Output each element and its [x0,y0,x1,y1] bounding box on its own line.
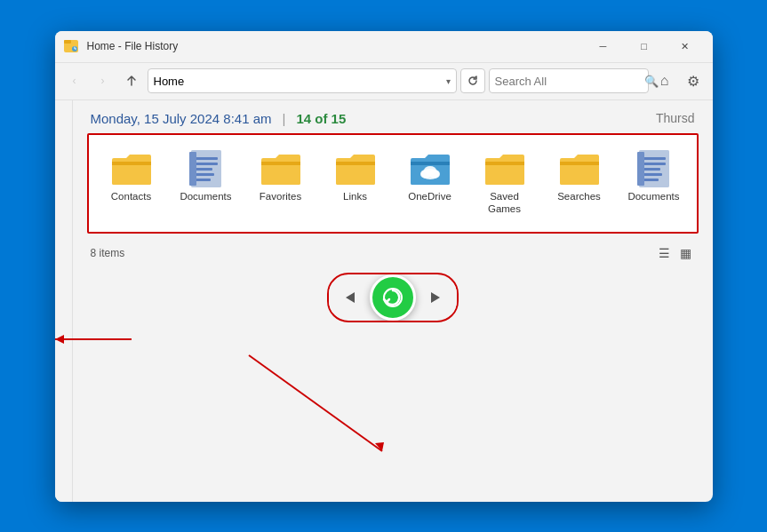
titlebar: Home - File History ─ □ ✕ [55,31,713,63]
date-bar: Monday, 15 July 2024 8:41 am | 14 of 15 … [73,100,713,133]
tile-view-button[interactable]: ▦ [677,244,695,262]
svg-rect-11 [195,179,211,181]
address-box[interactable]: ▾ [148,68,457,93]
addressbar: ‹ › ▾ 🔍 ⌂ ⚙ [55,63,713,100]
svg-rect-8 [195,163,218,165]
svg-rect-4 [112,162,151,165]
svg-rect-34 [637,152,644,186]
address-input[interactable] [154,75,446,88]
refresh-button[interactable] [460,68,485,93]
svg-rect-10 [195,173,214,176]
file-label-savedgames: SavedGames [488,190,521,217]
svg-rect-1 [64,40,71,44]
doc-icon-documents [185,151,228,187]
file-area: Contacts [89,135,697,233]
file-item-documents2[interactable]: Documents [619,146,690,222]
file-label-links: Links [343,190,367,203]
file-item-savedgames[interactable]: SavedGames [469,146,540,222]
forward-button[interactable]: › [91,68,116,93]
separator: | [283,111,286,126]
folder-icon-savedgames [483,151,526,187]
file-label-documents2: Documents [627,190,679,203]
file-item-onedrive[interactable]: OneDrive [395,146,466,222]
svg-rect-29 [643,157,666,160]
window-title: Home - File History [87,40,583,52]
counter-text: 14 of 15 [296,111,346,126]
status-bar: 8 items ☰ ▦ [73,241,713,266]
file-item-documents[interactable]: Documents [171,146,242,222]
svg-rect-18 [411,162,450,165]
svg-point-22 [424,166,436,175]
svg-rect-31 [643,168,660,171]
folder-icon-links [334,151,377,187]
first-button[interactable] [329,282,372,314]
svg-rect-24 [485,162,524,165]
items-count: 8 items [91,247,656,259]
date-text: Monday, 15 July 2024 8:41 am [91,111,272,126]
folder-icon-contacts [110,151,153,187]
window-controls: ─ □ ✕ [583,33,706,60]
file-item-favorites[interactable]: Favorites [245,146,316,222]
back-button[interactable]: ‹ [62,68,87,93]
last-button[interactable] [414,282,457,314]
content-area: Monday, 15 July 2024 8:41 am | 14 of 15 … [73,100,713,502]
app-icon [62,37,80,55]
left-strip [55,100,73,502]
close-button[interactable]: ✕ [665,33,706,60]
file-item-links[interactable]: Links [320,146,391,222]
settings-button[interactable]: ⚙ [681,68,706,93]
file-label-documents: Documents [180,190,231,203]
svg-rect-14 [261,162,300,165]
folder-icon-searches [558,151,601,187]
minimize-button[interactable]: ─ [583,33,624,60]
list-view-button[interactable]: ☰ [656,244,674,262]
file-label-onedrive: OneDrive [408,190,451,203]
svg-rect-32 [643,173,662,176]
file-area-wrapper: Contacts [87,133,699,234]
nav-controls-inner [327,273,459,322]
navigation-controls [73,266,713,333]
file-label-favorites: Favorites [260,190,301,203]
maximize-button[interactable]: □ [624,33,665,60]
address-dropdown-icon[interactable]: ▾ [446,76,451,86]
file-item-contacts[interactable]: Contacts [96,146,167,222]
svg-rect-12 [189,152,196,186]
file-label-contacts: Contacts [111,190,151,203]
svg-rect-9 [195,168,212,171]
svg-rect-16 [336,162,375,165]
svg-rect-30 [643,163,666,165]
main-layout: Monday, 15 July 2024 8:41 am | 14 of 15 … [55,100,713,502]
restore-button[interactable] [370,274,416,321]
file-label-searches: Searches [557,190,601,203]
search-box[interactable]: 🔍 [489,68,649,93]
svg-rect-26 [560,162,599,165]
search-input[interactable] [495,75,644,88]
date-right: Thursd [656,111,695,125]
file-item-searches[interactable]: Searches [544,146,615,222]
doc-icon-documents2 [633,151,675,187]
svg-rect-7 [195,157,218,160]
folder-icon-favorites [260,151,302,187]
folder-icon-onedrive [409,151,451,187]
svg-rect-33 [643,179,659,181]
view-buttons: ☰ ▦ [656,244,695,262]
home-button[interactable]: ⌂ [652,68,677,93]
file-history-window: Home - File History ─ □ ✕ ‹ › ▾ 🔍 ⌂ ⚙ [55,31,713,502]
up-button[interactable] [119,68,144,93]
